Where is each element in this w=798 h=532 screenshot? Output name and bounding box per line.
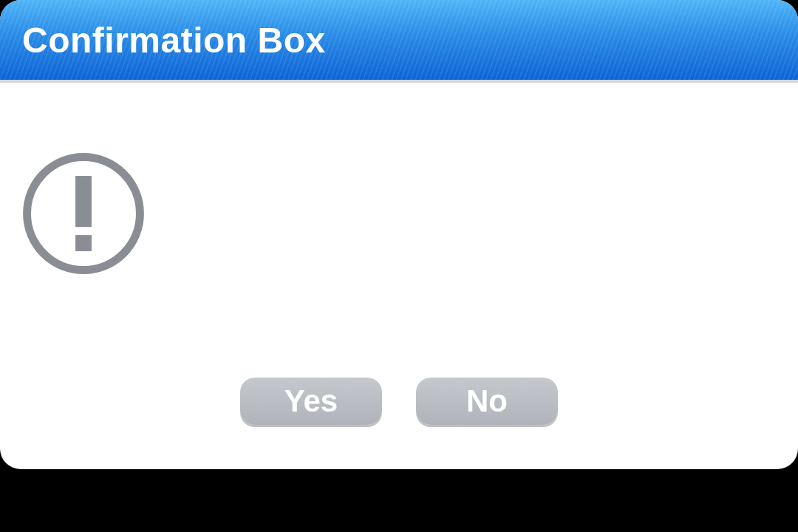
svg-rect-2: [75, 235, 92, 251]
svg-rect-1: [75, 176, 92, 227]
exclamation-icon: [16, 146, 151, 281]
dialog-body: Yes No: [0, 83, 798, 466]
dialog-titlebar: Confirmation Box: [0, 0, 798, 83]
dialog-title: Confirmation Box: [22, 20, 326, 61]
dialog-buttons: Yes No: [0, 378, 798, 425]
no-button[interactable]: No: [416, 378, 558, 425]
yes-button[interactable]: Yes: [240, 378, 382, 425]
confirmation-dialog: Confirmation Box Yes No: [0, 0, 798, 469]
